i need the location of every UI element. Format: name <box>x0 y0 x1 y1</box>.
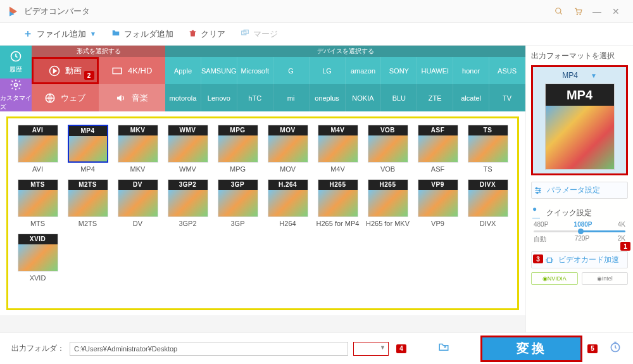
format-thumb: M4V <box>318 125 358 163</box>
format-item-wmv[interactable]: WMVWMV <box>165 125 211 173</box>
format-badge: AVI <box>18 125 58 135</box>
convert-button[interactable]: 変換 <box>480 336 582 362</box>
format-label: WMV <box>179 165 196 173</box>
brand-microsoft[interactable]: Microsoft <box>237 57 273 84</box>
brand-sony[interactable]: SONY <box>381 57 417 84</box>
format-item-m4v[interactable]: M4VM4V <box>315 125 361 173</box>
format-item-mov[interactable]: MOVMOV <box>265 125 311 173</box>
format-label: 3GP <box>230 220 244 227</box>
brand-amazon[interactable]: amazon <box>346 57 382 84</box>
format-item-mkv[interactable]: MKVMKV <box>115 125 161 173</box>
param-settings-button[interactable]: パラメータ設定 <box>531 182 628 199</box>
gpu-accel-button[interactable]: 3 ビデオカード加速 <box>531 251 628 268</box>
format-label: M4V <box>330 165 345 173</box>
output-format-select[interactable]: MP4 ▼ <box>537 71 622 80</box>
format-item-vob[interactable]: VOBVOB <box>365 125 411 173</box>
search-icon[interactable] <box>549 2 568 21</box>
brand-oneplus[interactable]: oneplus <box>310 84 346 111</box>
format-label: TS <box>483 165 492 173</box>
format-label: MP4 <box>80 165 95 173</box>
trash-icon <box>189 29 197 39</box>
format-badge: VP9 <box>418 180 458 190</box>
add-folder-button[interactable]: フォルダ追加 <box>111 28 173 40</box>
brand-blu[interactable]: BLU <box>381 84 417 111</box>
web-category[interactable]: ウェブ <box>32 84 99 111</box>
open-folder-icon[interactable] <box>437 341 450 356</box>
brand-tv[interactable]: TV <box>489 84 525 111</box>
customize-tab[interactable]: カスタマイズ <box>0 78 32 111</box>
format-item-asf[interactable]: ASFASF <box>415 125 461 173</box>
brand-g[interactable]: G <box>273 57 310 84</box>
format-thumb: TS <box>468 125 508 163</box>
clock-icon[interactable] <box>609 341 622 356</box>
brand-zte[interactable]: ZTE <box>417 84 453 111</box>
quality-slider[interactable] <box>534 230 625 232</box>
svg-point-7 <box>15 84 18 87</box>
merge-button[interactable]: マージ <box>241 28 278 40</box>
history-tab[interactable]: 履歴 <box>0 46 32 78</box>
format-badge: MOV <box>268 125 308 135</box>
format-header: 形式を選択する <box>32 46 165 57</box>
format-thumb: ASF <box>418 125 458 163</box>
gpu-vendor-row: ◉ NVIDIA ◉ Intel <box>531 272 628 285</box>
format-item-ts[interactable]: TSTS <box>465 125 511 173</box>
format-badge: MPG <box>218 125 258 135</box>
format-item-mpg[interactable]: MPGMPG <box>215 125 261 173</box>
brand-lenovo[interactable]: Lenovo <box>201 84 237 111</box>
format-thumb: MKV <box>118 125 158 163</box>
format-item-divx[interactable]: DIVXDIVX <box>465 179 511 227</box>
format-item-dv[interactable]: DVDV <box>115 179 161 227</box>
format-item-vp9[interactable]: VP9VP9 <box>415 179 461 227</box>
format-body <box>218 135 258 162</box>
path-dropdown[interactable] <box>353 342 389 356</box>
format-item-avi[interactable]: AVIAVI <box>15 125 61 173</box>
folder-icon <box>111 28 120 39</box>
output-format-preview[interactable]: MP4 ▼ MP4 <box>531 65 628 175</box>
intel-badge[interactable]: ◉ Intel <box>582 272 629 285</box>
format-item-mts[interactable]: MTSMTS <box>15 179 61 227</box>
format-thumb: MTS <box>18 179 58 217</box>
toolbar: ＋ ファイル追加 ▼ フォルダ追加 クリア マージ <box>0 23 633 46</box>
hd-label: 4K/HD <box>128 66 152 75</box>
format-item-3gp[interactable]: 3GP3GP <box>215 179 261 227</box>
brand-honor[interactable]: honor <box>453 57 489 84</box>
brand-samsung[interactable]: SAMSUNG <box>201 57 237 84</box>
format-item-h265-for-mkv[interactable]: H265H265 for MKV <box>365 179 411 227</box>
output-path-input[interactable]: C:¥Users¥Administrator¥Desktop <box>70 342 348 356</box>
format-item-mp4[interactable]: MP4MP4 <box>65 125 111 173</box>
brand-motorola[interactable]: motorola <box>165 84 201 111</box>
format-body <box>318 190 358 217</box>
audio-category[interactable]: 音楽 <box>99 84 166 111</box>
format-badge: TS <box>468 125 508 135</box>
format-body <box>368 135 408 162</box>
cart-icon[interactable] <box>568 2 587 21</box>
format-item-3gp2[interactable]: 3GP23GP2 <box>165 179 211 227</box>
brand-lg[interactable]: LG <box>310 57 346 84</box>
clear-button[interactable]: クリア <box>189 28 225 40</box>
close-button[interactable]: ✕ <box>606 2 625 21</box>
format-thumb: AVI <box>18 125 58 163</box>
chip-icon <box>544 255 555 265</box>
brand-huawei[interactable]: HUAWEI <box>417 57 453 84</box>
format-body <box>118 135 158 162</box>
brand-nokia[interactable]: NOKIA <box>346 84 382 111</box>
add-file-button[interactable]: ＋ ファイル追加 ▼ <box>23 27 96 41</box>
nvidia-badge[interactable]: ◉ NVIDIA <box>531 272 578 285</box>
format-item-xvid[interactable]: XVIDXVID <box>15 234 61 282</box>
brand-alcatel[interactable]: alcatel <box>453 84 489 111</box>
brand-htc[interactable]: hTC <box>237 84 273 111</box>
format-label: MTS <box>30 220 45 227</box>
format-item-m2ts[interactable]: M2TSM2TS <box>65 179 111 227</box>
format-badge: H265 <box>368 180 408 190</box>
brand-apple[interactable]: Apple <box>165 57 201 84</box>
format-body <box>68 190 108 217</box>
format-item-h264[interactable]: H.264H264 <box>265 179 311 227</box>
hd-category[interactable]: 4K/HD <box>99 57 166 84</box>
format-item-h265-for-mp4[interactable]: H265H265 for MP4 <box>315 179 361 227</box>
globe-icon <box>44 92 56 104</box>
brand-mi[interactable]: mi <box>273 84 310 111</box>
brand-asus[interactable]: ASUS <box>489 57 525 84</box>
format-body <box>118 190 158 217</box>
video-category[interactable]: 動画 2 <box>32 57 99 84</box>
minimize-button[interactable]: — <box>587 2 606 21</box>
